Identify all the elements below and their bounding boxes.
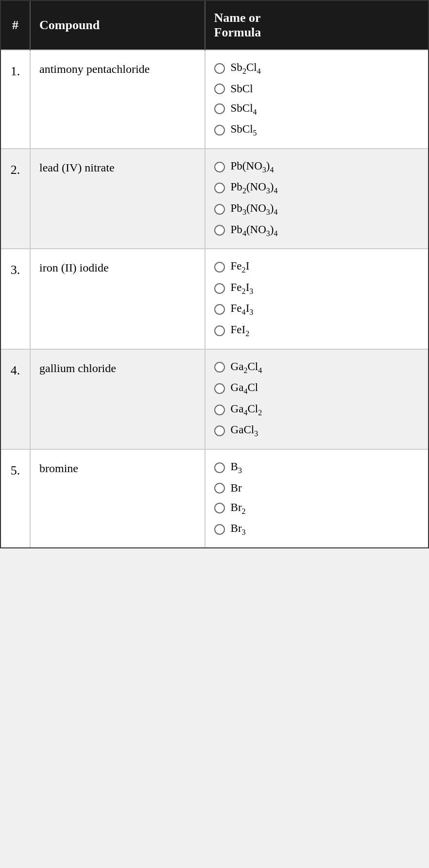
formula-option: Ga2Cl4 — [231, 360, 262, 375]
radio-button[interactable] — [214, 462, 225, 473]
header-num: # — [1, 1, 30, 50]
option-item[interactable]: SbCl4 — [214, 102, 419, 117]
row-options: Fe2IFe2I3Fe4I3FeI2 — [205, 249, 428, 349]
row-number: 4. — [1, 349, 30, 449]
option-item[interactable]: Ga4Cl — [214, 381, 419, 396]
row-compound: bromine — [30, 449, 205, 547]
option-item[interactable]: Fe4I3 — [214, 302, 419, 317]
formula-option: Pb2(NO3)4 — [231, 181, 278, 195]
formula-option: Ga4Cl — [231, 381, 258, 396]
radio-button[interactable] — [214, 103, 225, 114]
radio-button[interactable] — [214, 325, 225, 336]
option-item[interactable]: B3 — [214, 460, 419, 475]
formula-option: Br3 — [231, 522, 246, 537]
formula-option: Br — [231, 482, 242, 494]
formula-option: SbCl5 — [231, 123, 257, 137]
option-item[interactable]: Ga2Cl4 — [214, 360, 419, 375]
formula-option: Pb(NO3)4 — [231, 160, 274, 174]
row-compound: antimony pentachloride — [30, 50, 205, 149]
row-options: B3BrBr2Br3 — [205, 449, 428, 547]
radio-button[interactable] — [214, 125, 225, 136]
radio-button[interactable] — [214, 225, 225, 236]
radio-button[interactable] — [214, 362, 225, 373]
radio-button[interactable] — [214, 204, 225, 215]
option-item[interactable]: Br — [214, 482, 419, 494]
row-compound: iron (II) iodide — [30, 249, 205, 349]
formula-option: Fe2I — [231, 260, 250, 274]
option-item[interactable]: Pb3(NO3)4 — [214, 202, 419, 217]
formula-option: FeI2 — [231, 323, 250, 338]
radio-button[interactable] — [214, 383, 225, 394]
compound-name: antimony pentachloride — [39, 60, 150, 75]
option-item[interactable]: FeI2 — [214, 323, 419, 338]
option-item[interactable]: Fe2I — [214, 260, 419, 274]
header-formula-label: Name orFormula — [214, 11, 261, 39]
compound-name: gallium chloride — [39, 359, 116, 374]
radio-button[interactable] — [214, 483, 225, 494]
row-compound: lead (IV) nitrate — [30, 149, 205, 249]
table-row: 2.lead (IV) nitratePb(NO3)4Pb2(NO3)4Pb3(… — [1, 149, 428, 249]
table-row: 1.antimony pentachlorideSb2Cl4SbClSbCl4S… — [1, 50, 428, 149]
quiz-table: # Compound Name orFormula 1.antimony pen… — [0, 0, 429, 548]
option-item[interactable]: Fe2I3 — [214, 281, 419, 296]
compound-name: iron (II) iodide — [39, 258, 109, 274]
options-list: Sb2Cl4SbClSbCl4SbCl5 — [214, 61, 419, 137]
table-row: 3.iron (II) iodideFe2IFe2I3Fe4I3FeI2 — [1, 249, 428, 349]
radio-button[interactable] — [214, 524, 225, 535]
radio-button[interactable] — [214, 405, 225, 415]
option-item[interactable]: Pb4(NO3)4 — [214, 223, 419, 238]
radio-button[interactable] — [214, 425, 225, 436]
formula-option: Sb2Cl4 — [231, 61, 261, 76]
formula-option: SbCl — [231, 83, 253, 95]
radio-button[interactable] — [214, 503, 225, 513]
row-number: 3. — [1, 249, 30, 349]
option-item[interactable]: Pb(NO3)4 — [214, 160, 419, 174]
formula-option: B3 — [231, 460, 242, 475]
options-list: B3BrBr2Br3 — [214, 460, 419, 537]
table-row: 4.gallium chlorideGa2Cl4Ga4ClGa4Cl2GaCl3 — [1, 349, 428, 449]
options-list: Fe2IFe2I3Fe4I3FeI2 — [214, 260, 419, 338]
radio-button[interactable] — [214, 84, 225, 94]
option-item[interactable]: Pb2(NO3)4 — [214, 181, 419, 195]
row-options: Sb2Cl4SbClSbCl4SbCl5 — [205, 50, 428, 149]
options-list: Ga2Cl4Ga4ClGa4Cl2GaCl3 — [214, 360, 419, 438]
option-item[interactable]: GaCl3 — [214, 424, 419, 438]
option-item[interactable]: Sb2Cl4 — [214, 61, 419, 76]
formula-option: Fe4I3 — [231, 302, 254, 317]
row-options: Ga2Cl4Ga4ClGa4Cl2GaCl3 — [205, 349, 428, 449]
radio-button[interactable] — [214, 183, 225, 193]
option-item[interactable]: SbCl — [214, 83, 419, 95]
row-compound: gallium chloride — [30, 349, 205, 449]
formula-option: Ga4Cl2 — [231, 403, 262, 417]
radio-button[interactable] — [214, 262, 225, 272]
formula-option: Pb3(NO3)4 — [231, 202, 278, 217]
radio-button[interactable] — [214, 283, 225, 294]
option-item[interactable]: SbCl5 — [214, 123, 419, 137]
formula-option: Br2 — [231, 501, 246, 516]
formula-option: GaCl3 — [231, 424, 258, 438]
compound-name: bromine — [39, 459, 78, 475]
option-item[interactable]: Ga4Cl2 — [214, 403, 419, 417]
formula-option: SbCl4 — [231, 102, 257, 117]
option-item[interactable]: Br3 — [214, 522, 419, 537]
radio-button[interactable] — [214, 162, 225, 172]
option-item[interactable]: Br2 — [214, 501, 419, 516]
radio-button[interactable] — [214, 63, 225, 74]
table-row: 5.bromineB3BrBr2Br3 — [1, 449, 428, 547]
radio-button[interactable] — [214, 304, 225, 315]
row-number: 5. — [1, 449, 30, 547]
formula-option: Pb4(NO3)4 — [231, 223, 278, 238]
row-number: 1. — [1, 50, 30, 149]
compound-name: lead (IV) nitrate — [39, 158, 115, 174]
header-compound: Compound — [30, 1, 205, 50]
table-header-row: # Compound Name orFormula — [1, 1, 428, 50]
formula-option: Fe2I3 — [231, 281, 254, 296]
row-options: Pb(NO3)4Pb2(NO3)4Pb3(NO3)4Pb4(NO3)4 — [205, 149, 428, 249]
header-compound-label: Compound — [39, 18, 100, 32]
header-formula: Name orFormula — [205, 1, 428, 50]
header-num-label: # — [12, 18, 18, 32]
options-list: Pb(NO3)4Pb2(NO3)4Pb3(NO3)4Pb4(NO3)4 — [214, 160, 419, 238]
row-number: 2. — [1, 149, 30, 249]
